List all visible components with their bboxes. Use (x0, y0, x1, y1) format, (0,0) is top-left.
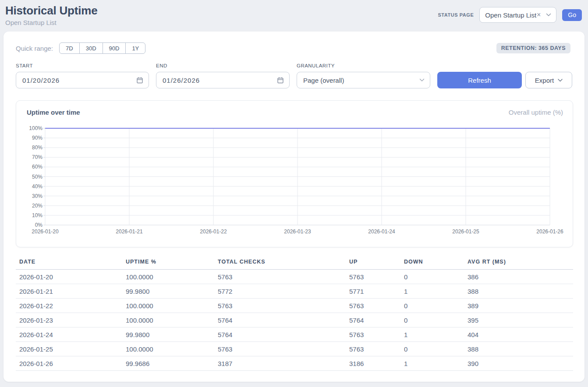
table-column-header: DOWN (400, 259, 464, 265)
x-axis-tick-label: 2026-01-23 (284, 229, 311, 235)
table-cell: 0 (400, 345, 464, 353)
table-cell: 2026-01-20 (16, 273, 122, 281)
chart-title: Uptime over time (27, 109, 80, 116)
table-cell: 395 (464, 317, 573, 324)
granularity-select[interactable]: Page (overall) (297, 72, 430, 88)
y-axis-tick-label: 40% (27, 183, 43, 190)
end-date-input[interactable]: 01/26/2026 (156, 72, 290, 88)
chart-legend: Overall uptime (%) (509, 109, 563, 116)
table-cell: 386 (464, 273, 573, 281)
table-cell: 5771 (346, 288, 400, 295)
x-axis-tick-label: 2026-01-26 (536, 229, 563, 235)
filter-row: START 01/20/2026 END 01/26/2026 GRANULAR… (16, 63, 573, 88)
table-cell: 99.9800 (122, 288, 214, 295)
table-cell: 5764 (214, 331, 346, 338)
calendar-icon[interactable] (277, 77, 284, 84)
chart-plot-area (45, 128, 550, 225)
granularity-label: GRANULARITY (297, 63, 430, 68)
table-cell: 5763 (346, 331, 400, 338)
end-date-field: END 01/26/2026 (156, 63, 290, 88)
chevron-down-icon (558, 79, 563, 82)
table-cell: 1 (400, 360, 464, 367)
table-row: 2026-01-2699.9686318731861390 (16, 356, 573, 371)
granularity-selected-value: Page (overall) (303, 77, 344, 84)
y-axis-tick-label: 60% (27, 164, 43, 170)
quick-range-30d-button[interactable]: 30D (79, 42, 103, 54)
status-page-selected-value: Open Startup List (485, 11, 536, 19)
table-cell: 5772 (214, 288, 346, 295)
clear-selection-icon[interactable]: × (537, 11, 541, 19)
table-header-row: DATEUPTIME %TOTAL CHECKSUPDOWNAVG RT (MS… (16, 259, 573, 270)
export-button[interactable]: Export (525, 72, 572, 88)
chevron-down-icon (419, 78, 425, 82)
start-date-field: START 01/20/2026 (16, 63, 149, 88)
table-column-header: DATE (16, 259, 122, 265)
quick-range-row: Quick range: 7D30D90D1Y RETENTION: 365 D… (16, 42, 573, 54)
table-cell: 404 (464, 331, 573, 338)
quick-range-7d-button[interactable]: 7D (59, 42, 80, 54)
table-cell: 2026-01-22 (16, 302, 122, 310)
table-cell: 5763 (346, 273, 400, 281)
page-title: Historical Uptime (5, 4, 97, 18)
table-cell: 390 (464, 360, 573, 367)
table-cell: 99.9800 (122, 331, 214, 338)
table-cell: 1 (400, 288, 464, 295)
y-axis-tick-label: 0% (27, 222, 43, 228)
table-row: 2026-01-23100.0000576457640395 (16, 313, 573, 327)
page-header: Historical Uptime Open Startup List STAT… (0, 0, 588, 32)
table-cell: 5764 (214, 317, 346, 324)
table-cell: 100.0000 (122, 317, 214, 324)
start-date-label: START (16, 63, 149, 68)
start-date-input[interactable]: 01/20/2026 (16, 72, 149, 88)
table-cell: 1 (400, 331, 464, 338)
x-axis-tick-label: 2026-01-24 (368, 229, 395, 235)
table-cell: 0 (400, 273, 464, 281)
table-column-header: UP (346, 259, 400, 265)
table-cell: 3187 (214, 360, 346, 367)
y-axis-tick-label: 80% (27, 144, 43, 151)
export-button-label: Export (535, 77, 554, 84)
table-cell: 0 (400, 302, 464, 310)
table-column-header: TOTAL CHECKS (214, 259, 346, 265)
main-card: Quick range: 7D30D90D1Y RETENTION: 365 D… (4, 32, 584, 382)
x-axis-tick-label: 2026-01-22 (200, 229, 227, 235)
end-date-label: END (156, 63, 290, 68)
table-row: 2026-01-22100.0000576357630389 (16, 299, 573, 313)
table-cell: 2026-01-25 (16, 345, 122, 353)
page-subtitle: Open Startup List (5, 19, 97, 26)
table-cell: 100.0000 (122, 345, 214, 353)
table-cell: 0 (400, 317, 464, 324)
status-page-label: STATUS PAGE (438, 12, 474, 18)
y-axis-tick-label: 10% (27, 212, 43, 218)
chart-y-axis-labels: 0%10%20%30%40%50%60%70%80%90%100% (27, 116, 43, 238)
table-cell: 2026-01-26 (16, 360, 122, 367)
chart-header: Uptime over time Overall uptime (%) (27, 109, 563, 116)
go-button[interactable]: Go (562, 9, 582, 21)
table-cell: 100.0000 (122, 273, 214, 281)
table-cell: 5764 (346, 317, 400, 324)
x-axis-tick-label: 2026-01-20 (32, 229, 58, 235)
quick-range-group: 7D30D90D1Y (59, 42, 145, 54)
table-cell: 99.9686 (122, 360, 214, 367)
quick-range-label: Quick range: (16, 45, 53, 52)
y-axis-tick-label: 50% (27, 174, 43, 180)
chevron-down-icon (546, 13, 551, 17)
refresh-button[interactable]: Refresh (437, 72, 522, 88)
y-axis-tick-label: 20% (27, 203, 43, 209)
calendar-icon[interactable] (136, 77, 143, 84)
table-cell: 5763 (346, 302, 400, 310)
quick-range-90d-button[interactable]: 90D (103, 42, 126, 54)
table-row: 2026-01-2499.9800576457631404 (16, 327, 573, 342)
table-cell: 5763 (346, 345, 400, 353)
table-cell: 2026-01-24 (16, 331, 122, 338)
table-row: 2026-01-25100.0000576357630388 (16, 342, 573, 356)
retention-badge: RETENTION: 365 DAYS (496, 43, 570, 53)
chart-x-axis-labels: 2026-01-202026-01-212026-01-222026-01-23… (45, 229, 550, 236)
status-page-select[interactable]: Open Startup List × (479, 7, 556, 23)
table-cell: 5763 (214, 273, 346, 281)
start-date-value: 01/20/2026 (22, 77, 60, 84)
title-block: Historical Uptime Open Startup List (5, 4, 97, 26)
table-cell: 100.0000 (122, 302, 214, 310)
quick-range-1y-button[interactable]: 1Y (125, 42, 145, 54)
table-cell: 2026-01-21 (16, 288, 122, 295)
